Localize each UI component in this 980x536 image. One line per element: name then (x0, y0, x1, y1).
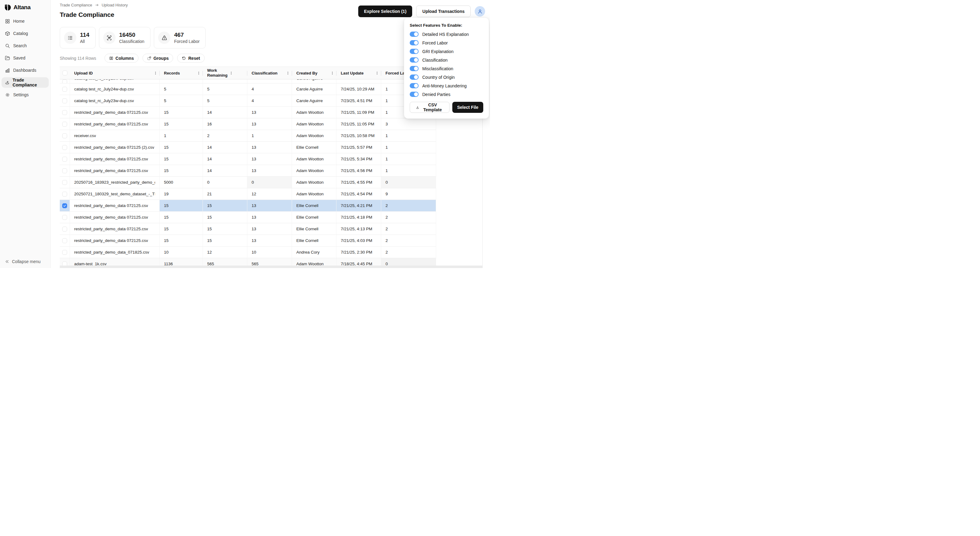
row-checkbox[interactable] (62, 203, 67, 208)
select-all-checkbox[interactable] (62, 70, 67, 75)
user-avatar[interactable] (475, 6, 485, 16)
reset-button[interactable]: Reset (177, 54, 204, 62)
toggle-switch[interactable] (410, 75, 418, 80)
toggle-switch[interactable] (410, 57, 418, 62)
breadcrumb-parent[interactable]: Trade Compliance (60, 3, 92, 7)
stat-card-forced-labor[interactable]: 467Forced Labor (154, 27, 205, 48)
column-header-last-update[interactable]: Last Update (336, 67, 381, 80)
logo-text: Altana (13, 4, 31, 11)
cell-text: 13 (251, 122, 256, 126)
cell-work-remaining: 14 (203, 165, 247, 177)
cell-text: 15 (164, 145, 169, 150)
row-checkbox[interactable] (62, 191, 67, 196)
sidebar-item-catalog[interactable]: Catalog (2, 28, 49, 38)
csv-template-button[interactable]: CSV Template (410, 102, 450, 113)
toggle-label: Detailed HS Explanation (422, 32, 469, 37)
collapse-menu-button[interactable]: Collapse menu (5, 259, 40, 264)
sidebar-item-dashboards[interactable]: Dashboards (2, 65, 49, 75)
toggle-switch[interactable] (410, 32, 418, 37)
column-header-classification[interactable]: Classification (247, 67, 292, 80)
cell-forced-labor: 2 (381, 235, 436, 247)
table-row[interactable]: restricted_party_demo_data 072125.csv151… (60, 165, 482, 177)
explore-selection-button[interactable]: Explore Selection (1) (358, 5, 412, 17)
table-row[interactable]: restricted_party_demo_data 072125.csv151… (60, 153, 482, 165)
stat-card-all[interactable]: 114All (60, 27, 95, 48)
stat-card-classification[interactable]: 16450Classification (99, 27, 151, 48)
kebab-icon[interactable] (375, 71, 379, 75)
column-header-created-by[interactable]: Created By (292, 67, 336, 80)
cell-text: 7/21/25, 5:57 PM (341, 145, 372, 150)
toggle-switch[interactable] (410, 40, 418, 45)
table-row[interactable]: restricted_party_demo_data 072125.csv151… (60, 235, 482, 247)
table-row[interactable]: 20250721_180329_test_demo_dataset_-_TFM1… (60, 188, 482, 200)
select-file-button[interactable]: Select File (452, 102, 483, 113)
kebab-icon[interactable] (286, 71, 290, 75)
sidebar-item-settings[interactable]: Settings (2, 89, 49, 100)
toggle-switch[interactable] (410, 92, 418, 97)
cell-text: 19 (164, 191, 169, 196)
row-checkbox[interactable] (62, 122, 67, 127)
row-checkbox-cell (60, 118, 70, 130)
toggle-switch[interactable] (410, 83, 418, 88)
cell-classification: 10 (247, 247, 292, 258)
kebab-icon[interactable] (229, 71, 233, 75)
row-checkbox[interactable] (62, 250, 67, 255)
kebab-icon[interactable] (197, 71, 201, 75)
row-checkbox[interactable] (62, 168, 67, 173)
cell-text: 15 (164, 227, 169, 231)
table-row[interactable]: restricted_party_demo_data_071825.csv101… (60, 247, 482, 258)
kebab-icon[interactable] (330, 71, 334, 75)
cell-records: 19 (160, 188, 203, 200)
ship-icon (5, 80, 10, 85)
sidebar-item-home[interactable]: Home (2, 16, 49, 26)
table-row[interactable]: receiver.csv121Adam Wootton7/21/25, 10:5… (60, 130, 482, 142)
row-checkbox[interactable] (62, 157, 67, 161)
row-checkbox[interactable] (62, 227, 67, 231)
table-row[interactable]: restricted_party_demo_data 072125.csv151… (60, 223, 482, 235)
breadcrumb-current[interactable]: Upload History (102, 3, 128, 7)
column-header-work-remaining[interactable]: Work Remaining (203, 67, 247, 80)
cell-upload-id: restricted_party_demo_data 072125 (2).cs… (70, 142, 160, 153)
row-checkbox-cell (60, 130, 70, 142)
table-row[interactable]: 20250716_183923_restricted_party_demo_da… (60, 177, 482, 188)
row-checkbox[interactable] (62, 87, 67, 92)
row-checkbox[interactable] (62, 180, 67, 185)
row-checkbox[interactable] (62, 145, 67, 150)
cell-created-by: Adam Wootton (292, 130, 336, 142)
row-checkbox[interactable] (62, 133, 67, 138)
cell-text: 15 (164, 122, 169, 126)
table-row[interactable]: restricted_party_demo_data 072125 (2).cs… (60, 142, 482, 153)
row-checkbox[interactable] (62, 80, 67, 83)
cell-text: 15 (207, 238, 212, 243)
cell-classification: 4 (247, 95, 292, 107)
row-checkbox[interactable] (62, 99, 67, 103)
row-checkbox[interactable] (62, 215, 67, 220)
cell-text: Ellie Cornell (296, 203, 318, 208)
groups-button[interactable]: Groups (143, 54, 173, 62)
row-checkbox[interactable] (62, 110, 67, 115)
horizontal-scrollbar[interactable] (60, 266, 482, 268)
kebab-icon[interactable] (154, 71, 158, 75)
upload-transactions-button[interactable]: Upload Transactions (416, 5, 471, 17)
cell-text: 14 (207, 157, 212, 161)
columns-button[interactable]: Columns (105, 54, 138, 62)
row-checkbox-cell (60, 107, 70, 118)
cell-classification: 13 (247, 212, 292, 223)
toggle-switch[interactable] (410, 49, 418, 54)
column-header-records[interactable]: Records (160, 67, 203, 80)
sidebar-item-search[interactable]: Search (2, 40, 49, 51)
cell-work-remaining (203, 80, 247, 83)
toggle-switch[interactable] (410, 66, 418, 71)
row-checkbox[interactable] (62, 238, 67, 243)
table-row[interactable]: restricted_party_demo_data 072125.csv151… (60, 212, 482, 223)
table-row[interactable]: restricted_party_demo_data 072125.csv151… (60, 118, 482, 130)
sidebar-item-trade-compliance[interactable]: Trade Compliance (2, 77, 49, 88)
cell-work-remaining: 14 (203, 153, 247, 165)
cell-text: 1 (385, 157, 388, 161)
cell-text: Adam Wootton (296, 180, 324, 185)
sidebar-item-label: Catalog (13, 31, 28, 36)
column-header-upload-id[interactable]: Upload ID (70, 67, 160, 80)
sidebar-item-saved[interactable]: Saved (2, 53, 49, 63)
cell-created-by: Adam Wootton (292, 177, 336, 188)
table-row[interactable]: restricted_party_demo_data 072125.csv151… (60, 200, 482, 212)
